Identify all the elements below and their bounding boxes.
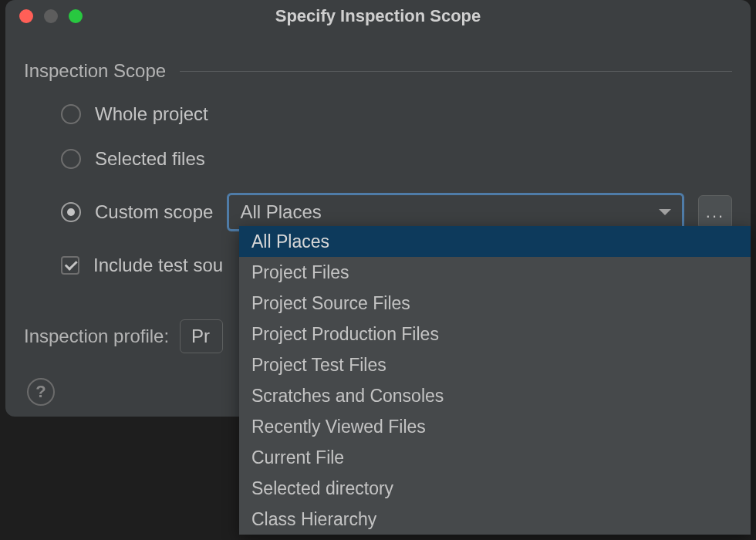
section-divider (180, 71, 732, 72)
section-header: Inspection Scope (24, 60, 732, 82)
titlebar: Specify Inspection Scope (5, 0, 751, 32)
radio-whole-project[interactable]: Whole project (61, 103, 732, 125)
minimize-window-button[interactable] (44, 9, 58, 23)
checkbox-icon (61, 256, 79, 275)
section-title: Inspection Scope (24, 60, 166, 82)
dropdown-item[interactable]: All Places (239, 226, 751, 257)
dropdown-item[interactable]: Project Files (239, 257, 751, 288)
dropdown-item[interactable]: Selected directory (239, 473, 751, 504)
inspection-scope-dialog: Specify Inspection Scope Inspection Scop… (5, 0, 751, 417)
maximize-window-button[interactable] (69, 9, 83, 23)
close-window-button[interactable] (19, 9, 33, 23)
radio-custom-scope[interactable] (61, 202, 81, 222)
radio-selected-files[interactable]: Selected files (61, 148, 732, 170)
dropdown-item[interactable]: Project Source Files (239, 288, 751, 319)
inspection-profile-label: Inspection profile: (24, 326, 169, 347)
radio-label: Whole project (95, 103, 208, 125)
radio-label: Selected files (95, 148, 205, 170)
dropdown-item[interactable]: Current File (239, 442, 751, 473)
browse-scope-button[interactable]: ... (698, 195, 732, 229)
custom-scope-dropdown: All PlacesProject FilesProject Source Fi… (239, 226, 751, 535)
dropdown-item[interactable]: Scratches and Consoles (239, 380, 751, 411)
dropdown-item[interactable]: Project Test Files (239, 349, 751, 380)
checkbox-label: Include test sou (93, 255, 223, 276)
chevron-down-icon (659, 209, 671, 215)
inspection-profile-combo[interactable]: Pr (180, 319, 223, 353)
dropdown-item[interactable]: Class Hierarchy (239, 504, 751, 535)
dropdown-item[interactable]: Recently Viewed Files (239, 411, 751, 442)
help-icon: ? (35, 382, 46, 402)
combo-value: All Places (240, 201, 659, 223)
ellipsis-icon: ... (706, 202, 724, 222)
radio-icon (61, 149, 81, 169)
traffic-lights (19, 9, 83, 23)
dropdown-item[interactable]: Project Production Files (239, 319, 751, 349)
help-button[interactable]: ? (27, 378, 55, 406)
radio-label: Custom scope (95, 201, 213, 223)
window-title: Specify Inspection Scope (275, 6, 481, 26)
scope-radio-group: Whole project Selected files Custom scop… (24, 103, 732, 231)
radio-icon (61, 104, 81, 124)
profile-value: Pr (191, 326, 210, 347)
